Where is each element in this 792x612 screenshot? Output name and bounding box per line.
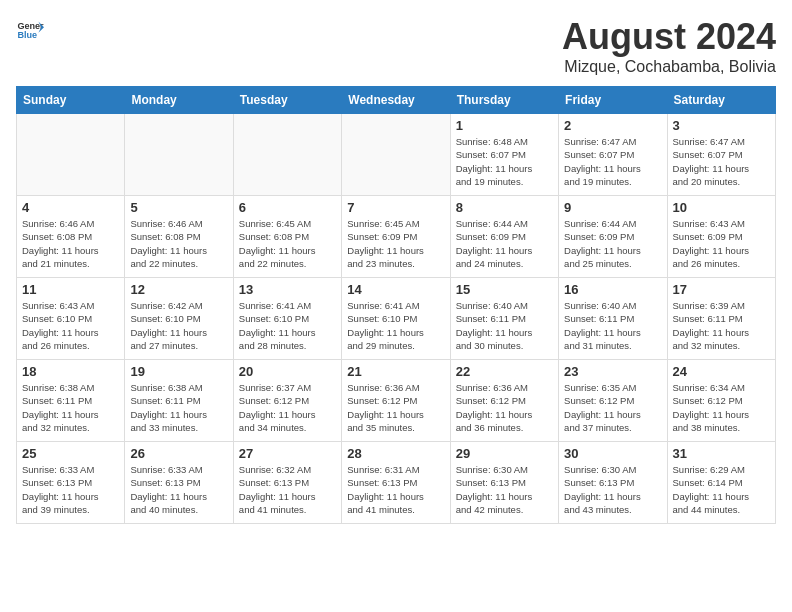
day-number: 21 xyxy=(347,364,444,379)
day-info: Sunrise: 6:30 AM Sunset: 6:13 PM Dayligh… xyxy=(456,463,553,516)
calendar-week-row: 18Sunrise: 6:38 AM Sunset: 6:11 PM Dayli… xyxy=(17,360,776,442)
calendar-day-cell: 21Sunrise: 6:36 AM Sunset: 6:12 PM Dayli… xyxy=(342,360,450,442)
day-number: 5 xyxy=(130,200,227,215)
day-number: 1 xyxy=(456,118,553,133)
day-info: Sunrise: 6:36 AM Sunset: 6:12 PM Dayligh… xyxy=(456,381,553,434)
calendar-day-cell: 2Sunrise: 6:47 AM Sunset: 6:07 PM Daylig… xyxy=(559,114,667,196)
calendar-day-cell: 4Sunrise: 6:46 AM Sunset: 6:08 PM Daylig… xyxy=(17,196,125,278)
day-number: 27 xyxy=(239,446,336,461)
day-info: Sunrise: 6:38 AM Sunset: 6:11 PM Dayligh… xyxy=(130,381,227,434)
day-of-week-header: Tuesday xyxy=(233,87,341,114)
calendar-day-cell xyxy=(125,114,233,196)
calendar-day-cell: 14Sunrise: 6:41 AM Sunset: 6:10 PM Dayli… xyxy=(342,278,450,360)
page-header: General Blue August 2024 Mizque, Cochaba… xyxy=(16,16,776,76)
calendar-day-cell xyxy=(233,114,341,196)
calendar-day-cell: 23Sunrise: 6:35 AM Sunset: 6:12 PM Dayli… xyxy=(559,360,667,442)
day-info: Sunrise: 6:33 AM Sunset: 6:13 PM Dayligh… xyxy=(22,463,119,516)
day-of-week-header: Friday xyxy=(559,87,667,114)
day-number: 15 xyxy=(456,282,553,297)
calendar-week-row: 1Sunrise: 6:48 AM Sunset: 6:07 PM Daylig… xyxy=(17,114,776,196)
day-number: 4 xyxy=(22,200,119,215)
day-number: 20 xyxy=(239,364,336,379)
day-info: Sunrise: 6:44 AM Sunset: 6:09 PM Dayligh… xyxy=(456,217,553,270)
calendar-day-cell: 13Sunrise: 6:41 AM Sunset: 6:10 PM Dayli… xyxy=(233,278,341,360)
calendar-day-cell: 27Sunrise: 6:32 AM Sunset: 6:13 PM Dayli… xyxy=(233,442,341,524)
month-year-title: August 2024 xyxy=(562,16,776,58)
day-info: Sunrise: 6:43 AM Sunset: 6:10 PM Dayligh… xyxy=(22,299,119,352)
calendar-day-cell: 20Sunrise: 6:37 AM Sunset: 6:12 PM Dayli… xyxy=(233,360,341,442)
calendar-day-cell: 1Sunrise: 6:48 AM Sunset: 6:07 PM Daylig… xyxy=(450,114,558,196)
calendar-day-cell: 11Sunrise: 6:43 AM Sunset: 6:10 PM Dayli… xyxy=(17,278,125,360)
calendar-day-cell: 7Sunrise: 6:45 AM Sunset: 6:09 PM Daylig… xyxy=(342,196,450,278)
day-info: Sunrise: 6:46 AM Sunset: 6:08 PM Dayligh… xyxy=(130,217,227,270)
day-info: Sunrise: 6:40 AM Sunset: 6:11 PM Dayligh… xyxy=(456,299,553,352)
day-info: Sunrise: 6:43 AM Sunset: 6:09 PM Dayligh… xyxy=(673,217,770,270)
day-number: 24 xyxy=(673,364,770,379)
calendar-day-cell: 3Sunrise: 6:47 AM Sunset: 6:07 PM Daylig… xyxy=(667,114,775,196)
day-info: Sunrise: 6:41 AM Sunset: 6:10 PM Dayligh… xyxy=(347,299,444,352)
day-number: 31 xyxy=(673,446,770,461)
calendar-week-row: 4Sunrise: 6:46 AM Sunset: 6:08 PM Daylig… xyxy=(17,196,776,278)
svg-text:Blue: Blue xyxy=(17,30,37,40)
calendar-day-cell: 19Sunrise: 6:38 AM Sunset: 6:11 PM Dayli… xyxy=(125,360,233,442)
calendar-day-cell: 6Sunrise: 6:45 AM Sunset: 6:08 PM Daylig… xyxy=(233,196,341,278)
calendar-day-cell: 30Sunrise: 6:30 AM Sunset: 6:13 PM Dayli… xyxy=(559,442,667,524)
calendar-day-cell: 12Sunrise: 6:42 AM Sunset: 6:10 PM Dayli… xyxy=(125,278,233,360)
calendar-day-cell: 8Sunrise: 6:44 AM Sunset: 6:09 PM Daylig… xyxy=(450,196,558,278)
calendar-day-cell: 5Sunrise: 6:46 AM Sunset: 6:08 PM Daylig… xyxy=(125,196,233,278)
day-number: 26 xyxy=(130,446,227,461)
day-number: 16 xyxy=(564,282,661,297)
day-info: Sunrise: 6:37 AM Sunset: 6:12 PM Dayligh… xyxy=(239,381,336,434)
day-number: 8 xyxy=(456,200,553,215)
day-number: 25 xyxy=(22,446,119,461)
calendar-day-cell: 17Sunrise: 6:39 AM Sunset: 6:11 PM Dayli… xyxy=(667,278,775,360)
day-number: 9 xyxy=(564,200,661,215)
day-of-week-header: Monday xyxy=(125,87,233,114)
calendar-table: SundayMondayTuesdayWednesdayThursdayFrid… xyxy=(16,86,776,524)
calendar-week-row: 11Sunrise: 6:43 AM Sunset: 6:10 PM Dayli… xyxy=(17,278,776,360)
day-info: Sunrise: 6:35 AM Sunset: 6:12 PM Dayligh… xyxy=(564,381,661,434)
day-number: 18 xyxy=(22,364,119,379)
calendar-day-cell: 16Sunrise: 6:40 AM Sunset: 6:11 PM Dayli… xyxy=(559,278,667,360)
day-info: Sunrise: 6:36 AM Sunset: 6:12 PM Dayligh… xyxy=(347,381,444,434)
day-info: Sunrise: 6:42 AM Sunset: 6:10 PM Dayligh… xyxy=(130,299,227,352)
day-info: Sunrise: 6:46 AM Sunset: 6:08 PM Dayligh… xyxy=(22,217,119,270)
day-info: Sunrise: 6:44 AM Sunset: 6:09 PM Dayligh… xyxy=(564,217,661,270)
logo: General Blue xyxy=(16,16,44,44)
day-info: Sunrise: 6:45 AM Sunset: 6:08 PM Dayligh… xyxy=(239,217,336,270)
day-number: 30 xyxy=(564,446,661,461)
day-info: Sunrise: 6:33 AM Sunset: 6:13 PM Dayligh… xyxy=(130,463,227,516)
title-block: August 2024 Mizque, Cochabamba, Bolivia xyxy=(562,16,776,76)
day-info: Sunrise: 6:41 AM Sunset: 6:10 PM Dayligh… xyxy=(239,299,336,352)
day-info: Sunrise: 6:48 AM Sunset: 6:07 PM Dayligh… xyxy=(456,135,553,188)
day-number: 17 xyxy=(673,282,770,297)
calendar-day-cell: 29Sunrise: 6:30 AM Sunset: 6:13 PM Dayli… xyxy=(450,442,558,524)
day-number: 6 xyxy=(239,200,336,215)
calendar-day-cell: 22Sunrise: 6:36 AM Sunset: 6:12 PM Dayli… xyxy=(450,360,558,442)
day-of-week-header: Wednesday xyxy=(342,87,450,114)
calendar-day-cell: 10Sunrise: 6:43 AM Sunset: 6:09 PM Dayli… xyxy=(667,196,775,278)
day-info: Sunrise: 6:40 AM Sunset: 6:11 PM Dayligh… xyxy=(564,299,661,352)
calendar-day-cell xyxy=(17,114,125,196)
day-number: 28 xyxy=(347,446,444,461)
calendar-day-cell: 26Sunrise: 6:33 AM Sunset: 6:13 PM Dayli… xyxy=(125,442,233,524)
calendar-day-cell: 28Sunrise: 6:31 AM Sunset: 6:13 PM Dayli… xyxy=(342,442,450,524)
calendar-day-cell xyxy=(342,114,450,196)
day-number: 29 xyxy=(456,446,553,461)
days-header-row: SundayMondayTuesdayWednesdayThursdayFrid… xyxy=(17,87,776,114)
calendar-day-cell: 25Sunrise: 6:33 AM Sunset: 6:13 PM Dayli… xyxy=(17,442,125,524)
day-number: 19 xyxy=(130,364,227,379)
day-info: Sunrise: 6:45 AM Sunset: 6:09 PM Dayligh… xyxy=(347,217,444,270)
day-info: Sunrise: 6:34 AM Sunset: 6:12 PM Dayligh… xyxy=(673,381,770,434)
day-info: Sunrise: 6:38 AM Sunset: 6:11 PM Dayligh… xyxy=(22,381,119,434)
day-info: Sunrise: 6:30 AM Sunset: 6:13 PM Dayligh… xyxy=(564,463,661,516)
day-number: 10 xyxy=(673,200,770,215)
day-number: 22 xyxy=(456,364,553,379)
day-info: Sunrise: 6:47 AM Sunset: 6:07 PM Dayligh… xyxy=(564,135,661,188)
day-of-week-header: Thursday xyxy=(450,87,558,114)
day-of-week-header: Sunday xyxy=(17,87,125,114)
day-number: 14 xyxy=(347,282,444,297)
logo-icon: General Blue xyxy=(16,16,44,44)
day-number: 11 xyxy=(22,282,119,297)
day-info: Sunrise: 6:31 AM Sunset: 6:13 PM Dayligh… xyxy=(347,463,444,516)
